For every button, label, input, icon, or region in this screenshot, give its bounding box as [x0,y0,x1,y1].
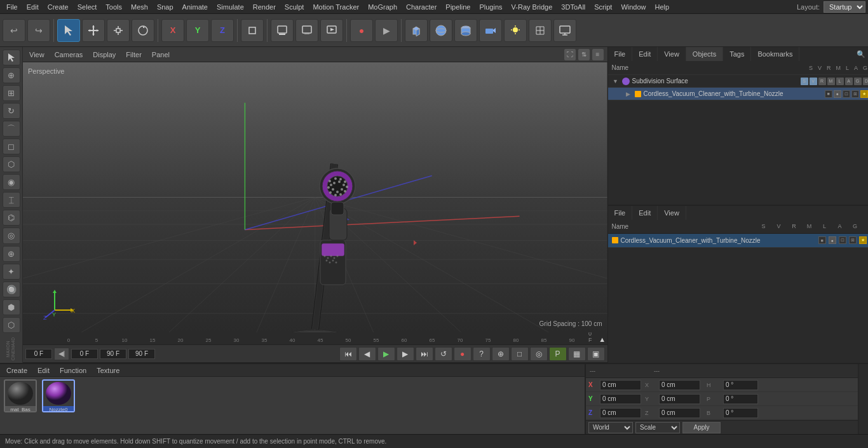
timeline-preview-end-field[interactable] [128,349,155,359]
vac-icon-1[interactable]: ■ [825,90,832,98]
obj-tab-view[interactable]: View [658,47,686,61]
obj-g-icon[interactable]: G [854,78,862,85]
sidebar-polygon-btn[interactable]: ⬡ [3,156,20,172]
menu-plugins[interactable]: Plugins [475,2,506,12]
vp-icon-menu[interactable]: ≡ [592,49,604,60]
render-region-button[interactable] [271,19,294,42]
mat-texture-btn[interactable]: Texture [94,366,122,375]
attr-icon-4[interactable]: ⊠ [849,236,857,244]
scale-dropdown[interactable]: Scale [635,422,680,433]
viewport-canvas[interactable]: Perspective Grid Spacing : 100 cm Y X Z [23,62,607,332]
undo-button[interactable]: ↩ [3,19,25,42]
obj-l-icon[interactable]: L [836,78,844,85]
obj-a-icon[interactable]: A [845,78,853,85]
pb-goto-end[interactable]: ⏭ [416,347,433,361]
vp-view-tab[interactable]: View [27,50,47,60]
menu-select[interactable]: Select [74,2,101,12]
layout-dropdown[interactable]: Startup [824,1,865,13]
timeline-end-field[interactable] [100,349,126,359]
obj-v-icon[interactable]: V [810,78,817,85]
camera-tool-button[interactable] [479,19,502,42]
pb-goto-start[interactable]: ⏮ [339,347,357,361]
object-mode-button[interactable] [241,19,264,42]
vac-icon-5[interactable]: ★ [860,90,868,98]
anim-play-button[interactable]: ▶ [375,19,398,42]
mat-create-btn[interactable]: Create [4,366,30,375]
sidebar-tool4-btn[interactable]: ✦ [3,264,20,280]
cube-tool-button[interactable] [405,19,428,42]
expand-subdivision-icon[interactable]: ▼ [612,78,620,85]
vp-icon-maximize[interactable]: ⛶ [564,49,576,60]
menu-animate[interactable]: Animate [179,2,212,12]
sidebar-object-btn[interactable]: ◻ [3,139,20,154]
obj-tab-file[interactable]: File [608,47,633,61]
select-tool-button[interactable] [57,19,80,42]
coord-z-pos[interactable] [600,408,641,418]
sidebar-rotate-btn[interactable]: ↻ [3,103,20,119]
sidebar-tool1-btn[interactable]: ⌬ [3,210,20,226]
attr-row-vacuum[interactable]: Cordless_Vacuum_Cleaner_with_Turbine_Noz… [608,234,869,248]
obj-tab-objects[interactable]: Objects [686,47,723,61]
obj-row-vacuum[interactable]: ▶ Cordless_Vacuum_Cleaner_with_Turbine_N… [608,88,869,100]
menu-3dtoall[interactable]: 3DToAll [557,2,589,12]
coord-y-rot[interactable] [659,394,700,404]
obj-search-icon[interactable]: 🔍 [856,49,866,59]
menu-snap[interactable]: Snap [153,2,177,12]
obj-row-subdivision[interactable]: ▼ Subdivision Surface S V R M L A G D ✓ [608,75,869,88]
axis-y-button[interactable]: Y [186,19,209,42]
timeline-expand[interactable]: ▲ [597,336,607,343]
sidebar-edge-btn[interactable]: ⌶ [3,192,20,208]
vac-icon-3[interactable]: ⊡ [843,90,850,98]
sidebar-tool3-btn[interactable]: ⊕ [3,246,20,262]
menu-edit[interactable]: Edit [23,2,43,12]
vp-cameras-tab[interactable]: Cameras [52,50,86,60]
vac-icon-4[interactable]: ⊠ [851,90,859,98]
obj-s-icon[interactable]: S [801,78,808,85]
sidebar-spline-btn[interactable]: ⌒ [3,121,20,137]
pb-play[interactable]: ▶ [377,347,395,361]
pb-help[interactable]: ? [473,347,491,361]
axis-z-button[interactable]: Z [211,19,234,42]
vp-filter-tab[interactable]: Filter [123,50,144,60]
attr-icon-5[interactable]: ★ [859,236,867,244]
expand-vacuum-icon[interactable]: ▶ [625,90,632,98]
anim-record-button[interactable]: ● [350,19,373,42]
cylinder-tool-button[interactable] [454,19,477,42]
pb-box-tool[interactable]: □ [511,347,529,361]
menu-window[interactable]: Window [617,2,649,12]
vp-icon-arrows[interactable]: ⇅ [578,49,590,60]
attr-tab-file[interactable]: File [608,206,633,220]
vac-icon-2[interactable]: ● [834,90,841,98]
obj-tab-tags[interactable]: Tags [723,47,751,61]
mat-swatch-base[interactable]: mat_Bas [4,379,37,412]
rotate-tool-button[interactable] [132,19,154,42]
obj-tab-bookmarks[interactable]: Bookmarks [751,47,799,61]
menu-vray[interactable]: V-Ray Bridge [508,2,557,12]
menu-simulate[interactable]: Simulate [213,2,248,12]
coord-h-val[interactable] [723,380,758,390]
menu-create[interactable]: Create [44,2,72,12]
pb-record[interactable]: ● [454,347,471,361]
mat-edit-btn[interactable]: Edit [35,366,52,375]
menu-pipeline[interactable]: Pipeline [442,2,474,12]
timeline-current-field[interactable] [71,349,98,359]
coord-y-pos[interactable] [600,394,641,404]
sidebar-move-btn[interactable]: ⊕ [3,67,20,83]
menu-sculpt[interactable]: Sculpt [281,2,308,12]
menu-character[interactable]: Character [402,2,440,12]
attr-icon-3[interactable]: ⊡ [839,236,846,244]
menu-mesh[interactable]: Mesh [127,2,152,12]
display-tool-button[interactable] [553,19,576,42]
sidebar-scale-btn[interactable]: ⊞ [3,85,20,101]
coord-p-val[interactable] [723,394,758,404]
menu-mograph[interactable]: MoGraph [364,2,401,12]
sidebar-paint-btn[interactable]: ⬢ [3,299,20,315]
pb-display-tool[interactable]: ▣ [587,347,605,361]
render-frame-button[interactable] [295,19,318,42]
coord-x-pos[interactable] [600,380,641,390]
menu-motion-tracker[interactable]: Motion Tracker [309,2,363,12]
menu-help[interactable]: Help [651,2,674,12]
coord-b-val[interactable] [723,408,758,418]
menu-script[interactable]: Script [590,2,616,12]
pb-grid-tool[interactable]: ▦ [568,347,586,361]
